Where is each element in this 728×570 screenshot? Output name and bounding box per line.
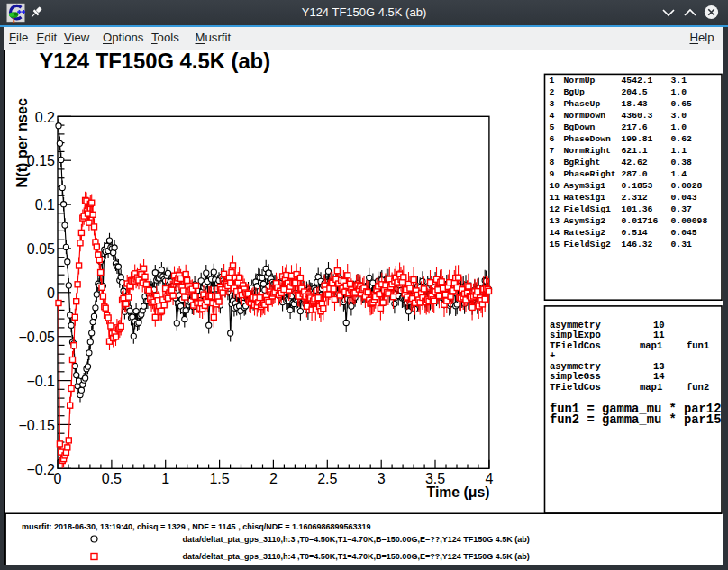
svg-text:6PhaseDown199.810.62: 6PhaseDown199.810.62 [550,134,692,144]
svg-text:−0.1: −0.1 [26,374,55,389]
svg-text:musrfit: 2018-06-30, 13:19:40,: musrfit: 2018-06-30, 13:19:40, chisq = 1… [22,522,370,531]
svg-text:0.15: 0.15 [27,153,55,168]
svg-text:3PhaseUp18.430.65: 3PhaseUp18.430.65 [550,99,692,109]
svg-text:2.5: 2.5 [317,471,337,486]
svg-text:1: 1 [161,471,169,486]
svg-text:13AsymSig20.017160.00098: 13AsymSig20.017160.00098 [550,216,708,226]
svg-text:14RateSig20.5140.045: 14RateSig20.5140.045 [550,228,697,238]
svg-text:N(t) per nsec: N(t) per nsec [14,98,30,188]
svg-text:0.2: 0.2 [35,110,55,125]
svg-text:−0.05: −0.05 [19,330,56,345]
svg-text:Y124 TF150G 4.5K (ab): Y124 TF150G 4.5K (ab) [40,49,271,73]
svg-text:1.5: 1.5 [209,471,229,486]
svg-text:data/deltat_pta_gps_3110,h:4 ,: data/deltat_pta_gps_3110,h:4 ,T0=4.50K,T… [183,552,530,561]
svg-text:10AsymSig10.18530.0028: 10AsymSig10.18530.0028 [550,181,703,191]
svg-text:+: + [550,350,555,361]
svg-text:−0.2: −0.2 [26,462,55,477]
svg-text:12FieldSig1101.360.37: 12FieldSig1101.360.37 [550,204,692,214]
svg-text:11RateSig12.3120.043: 11RateSig12.3120.043 [550,193,697,203]
svg-text:0.1: 0.1 [35,197,55,213]
svg-text:fun2 = gamma_mu * par15: fun2 = gamma_mu * par15 [550,413,721,427]
svg-text:0: 0 [47,285,55,301]
svg-text:8BgRight42.620.38: 8BgRight42.620.38 [550,158,692,167]
svg-text:Time (μs): Time (μs) [427,484,490,500]
svg-text:15FieldSig2146.320.31: 15FieldSig2146.320.31 [550,240,692,249]
svg-text:0.05: 0.05 [27,241,55,257]
svg-text:2: 2 [269,471,278,486]
svg-text:−0.15: −0.15 [19,418,56,433]
svg-text:data/deltat_pta_gps_3110,h:3 ,: data/deltat_pta_gps_3110,h:3 ,T0=4.50K,T… [183,535,530,544]
svg-text:0.5: 0.5 [102,471,122,486]
svg-text:3: 3 [378,471,386,486]
